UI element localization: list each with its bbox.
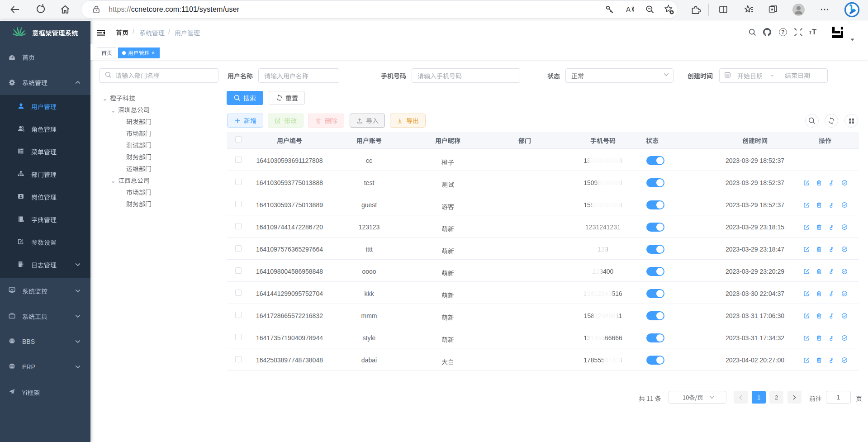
svg-text:A: A xyxy=(626,6,631,14)
